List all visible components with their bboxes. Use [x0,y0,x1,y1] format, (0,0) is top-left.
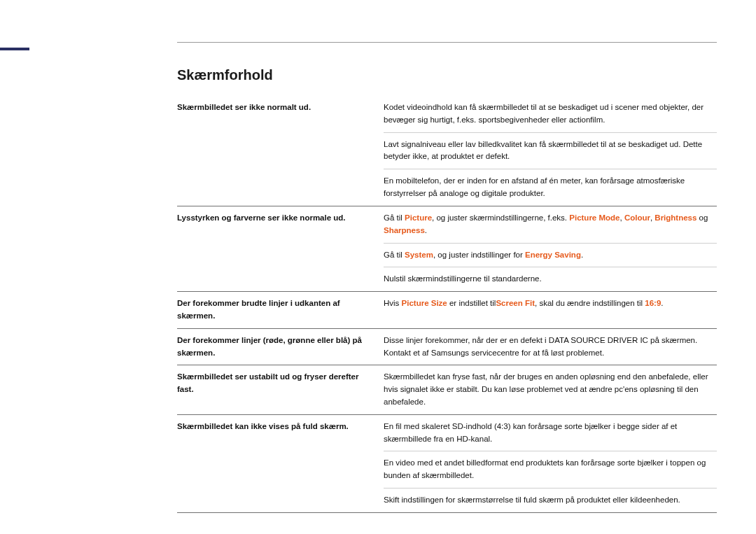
row-problem-label: Skærmbilledet ser ikke normalt ud. [177,96,384,132]
table-row: Skærmbilledet ser ustabilt ud og fryser … [177,365,717,414]
highlight-term: Sharpness [384,226,425,234]
row-solution-text: Skift indstillingen for skærmstørrelse t… [384,489,717,513]
highlight-term: Screen Fit [496,299,535,307]
row-problem-label: Skærmbilledet ser ustabilt ud og fryser … [177,365,384,414]
row-solution-text: Gå til System, og juster indstillinger f… [384,243,717,267]
row-solution-text: Gå til Picture, og juster skærmindstilli… [384,206,717,243]
table-row: Der forekommer brudte linjer i udkanten … [177,292,717,329]
table-row: Der forekommer linjer (røde, grønne elle… [177,328,717,365]
table-row: Skærmbilledet ser ikke normalt ud.Kodet … [177,96,717,132]
row-problem-label: Skærmbilledet kan ikke vises på fuld skæ… [177,414,384,451]
highlight-term: Colour [624,213,650,222]
highlight-term: Energy Saving [525,251,581,259]
table-row: Lysstyrken og farverne ser ikke normale … [177,206,717,243]
table-row: Skærmbilledet kan ikke vises på fuld skæ… [177,414,717,451]
table-row: En mobiltelefon, der er inden for en afs… [177,169,717,206]
highlight-term: System [405,251,433,259]
row-problem-label: Der forekommer brudte linjer i udkanten … [177,292,384,329]
page: Skærmforhold Skærmbilledet ser ikke norm… [0,0,756,534]
troubleshoot-table: Skærmbilledet ser ikke normalt ud.Kodet … [177,96,717,513]
row-problem-label: Der forekommer linjer (røde, grønne elle… [177,328,384,365]
highlight-term: Picture Mode [569,213,620,222]
highlight-term: Picture Size [402,299,447,307]
row-problem-label [177,243,384,267]
highlight-term: Brightness [654,213,696,222]
row-solution-text: En fil med skaleret SD-indhold (4:3) kan… [384,414,717,451]
row-solution-text: Skærmbilledet kan fryse fast, når der br… [384,365,717,414]
table-row: Skift indstillingen for skærmstørrelse t… [177,489,717,513]
side-accent-rule [0,48,29,50]
row-solution-text: Lavt signalniveau eller lav billedkvalit… [384,132,717,169]
content-area: Skærmforhold Skærmbilledet ser ikke norm… [177,67,717,513]
row-problem-label [177,489,384,513]
table-row: En video med et andet billedformat end p… [177,451,717,489]
row-problem-label [177,267,384,292]
row-problem-label: Lysstyrken og farverne ser ikke normale … [177,206,384,243]
row-solution-text: Disse linjer forekommer, når der er en d… [384,328,717,365]
row-solution-text: Nulstil skærmindstillingerne til standar… [384,267,717,292]
row-problem-label [177,132,384,169]
table-row: Nulstil skærmindstillingerne til standar… [177,267,717,292]
row-solution-text: Hvis Picture Size er indstillet tilScree… [384,292,717,329]
highlight-term: Picture [405,213,432,222]
row-problem-label [177,451,384,489]
table-row: Gå til System, og juster indstillinger f… [177,243,717,267]
highlight-term: 16:9 [645,299,661,307]
row-solution-text: Kodet videoindhold kan få skærmbilledet … [384,96,717,132]
row-problem-label [177,169,384,206]
top-divider [177,42,717,43]
section-heading: Skærmforhold [177,67,717,83]
row-solution-text: En video med et andet billedformat end p… [384,451,717,489]
table-row: Lavt signalniveau eller lav billedkvalit… [177,132,717,169]
row-solution-text: En mobiltelefon, der er inden for en afs… [384,169,717,206]
